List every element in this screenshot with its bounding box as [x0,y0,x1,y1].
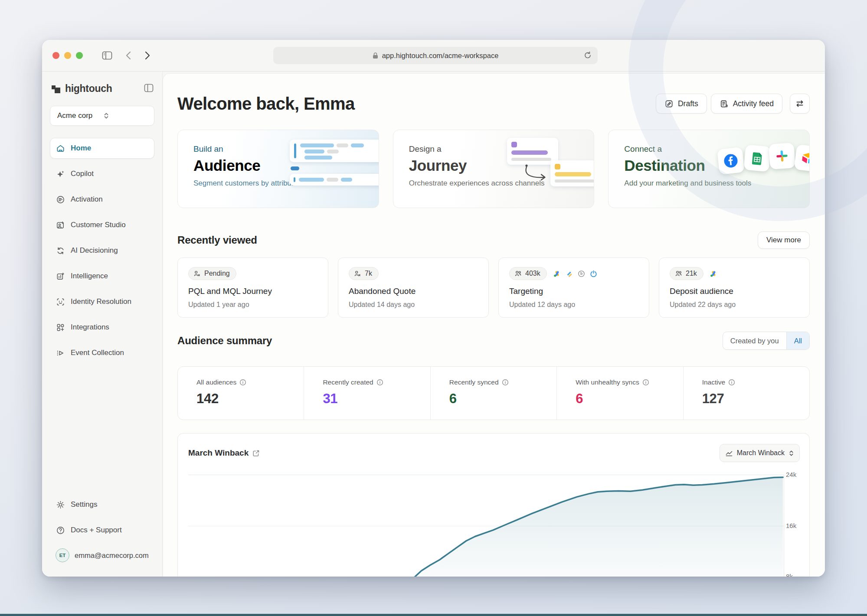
sidebar-collapse-icon[interactable] [144,84,154,94]
sidebar: hightouch Acme corp Home Copilot [42,72,163,577]
size-badge: 403k [509,267,547,280]
zoom-window-button[interactable] [76,52,83,59]
customer-studio-icon [56,221,65,230]
reload-icon[interactable] [584,51,592,61]
stat-value: 31 [323,391,430,407]
sidebar-item-ai-decisioning[interactable]: AI Decisioning [50,240,154,261]
forward-button[interactable] [144,51,150,60]
sidebar-item-label: Customer Studio [71,221,126,229]
recent-card-title: Deposit audience [670,287,799,296]
stat-unhealthy-syncs: With unhealthy syncs 6 [556,367,683,420]
address-bar[interactable]: app.hightouch.com/acme-workspace [273,47,598,64]
y-tick-16k: 16k [786,522,803,529]
drafts-icon [664,99,674,108]
destination-icons [710,270,717,277]
swap-arrows-icon [795,99,805,108]
stat-label: All audiences [196,378,236,386]
app-root: hightouch Acme corp Home Copilot [42,72,825,577]
stat-recently-created: Recently created 31 [304,367,430,420]
stat-label: With unhealthy syncs [576,378,639,386]
recent-card-abandoned-quote[interactable]: 7k Abandoned Quote Updated 14 days ago [338,257,489,318]
sidebar-item-copilot[interactable]: Copilot [50,163,154,184]
stat-label: Inactive [702,378,725,386]
info-icon[interactable] [502,379,509,386]
journey-arrow-icon [523,164,550,184]
home-icon [56,144,65,153]
recent-card-targeting[interactable]: 403k b Targeting Updated 12 days ago [498,257,649,318]
stat-recently-synced: Recently synced 6 [430,367,556,420]
promo-subtitle: Add your marketing and business tools [624,179,809,188]
connect-destination-card[interactable]: Connect a Destination Add your marketing… [608,130,810,208]
view-more-button[interactable]: View more [758,231,810,249]
integrations-icon [56,323,65,332]
info-icon[interactable] [728,379,735,386]
toggle-created-by-you[interactable]: Created by you [723,332,786,349]
chart-audience-selector[interactable]: March Winback [720,444,800,462]
workspace-selector[interactable]: Acme corp [50,106,154,126]
design-journey-card[interactable]: Design a Journey Orchestrate experiences… [393,130,595,208]
recent-card-updated: Updated 1 year ago [188,301,317,309]
iterable-icon [566,270,573,277]
external-link-icon[interactable] [252,450,260,457]
desktop: { "browser": { "url": "app.hightouch.com… [0,0,867,616]
close-window-button[interactable] [52,52,59,59]
info-icon[interactable] [239,379,246,386]
info-icon[interactable] [376,379,383,386]
stat-value: 6 [576,391,683,407]
sidebar-footer: Settings Docs + Support ET emma@acmecorp… [50,494,154,565]
recent-card-deposit-audience[interactable]: 21k Deposit audience Updated 22 days ago [659,257,810,318]
sidebar-item-integrations[interactable]: Integrations [50,317,154,338]
hightouch-logo-icon [52,84,61,94]
back-button[interactable] [125,51,131,60]
recent-card-title: Targeting [509,287,638,296]
badge-label: Pending [204,270,230,277]
audience-people-icon [193,270,201,277]
sidebar-item-label: Settings [71,500,97,509]
sparkles-icon [56,169,65,179]
page-header: Welcome back, Emma Drafts Activity feed [177,93,810,114]
identity-resolution-icon [56,297,65,306]
sidebar-item-home[interactable]: Home [50,138,154,159]
sidebar-item-event-collection[interactable]: Event Collection [50,342,154,363]
recent-card-updated: Updated 14 days ago [349,301,478,309]
recent-card-pql-mql-journey[interactable]: Pending PQL and MQL Journey Updated 1 ye… [177,257,328,318]
event-collection-icon [56,349,65,358]
activity-feed-button[interactable]: Activity feed [711,94,782,114]
minimize-window-button[interactable] [64,52,71,59]
sidebar-item-label: Intelligence [71,272,108,280]
account-menu[interactable]: ET emma@acmecorp.com [50,545,154,565]
toggle-all[interactable]: All [786,332,809,349]
switch-workspace-button[interactable] [790,94,810,114]
power-circle-icon [590,270,597,277]
drafts-button[interactable]: Drafts [656,94,707,114]
sidebar-item-identity-resolution[interactable]: Identity Resolution [50,291,154,312]
recent-card-updated: Updated 22 days ago [670,301,799,309]
view-more-label: View more [766,236,801,244]
promo-eyebrow: Design a [409,144,594,154]
intelligence-icon [56,272,65,281]
page-title: Welcome back, Emma [177,94,355,114]
browser-toolbar: app.hightouch.com/acme-workspace [42,40,825,72]
sidebar-item-intelligence[interactable]: Intelligence [50,266,154,287]
account-email: emma@acmecorp.com [75,551,149,560]
recently-viewed-cards: Pending PQL and MQL Journey Updated 1 ye… [177,257,810,318]
build-audience-card[interactable]: Build an Audience Segment customers by a… [177,130,379,208]
section-title: Audience summary [177,335,272,347]
sidebar-item-activation[interactable]: Activation [50,189,154,210]
stat-label: Recently synced [449,378,499,386]
info-icon[interactable] [642,379,649,386]
browser-sidebar-toggle-icon[interactable] [102,51,112,60]
sidebar-item-label: Docs + Support [71,526,122,535]
window-controls [52,52,83,59]
sidebar-item-customer-studio[interactable]: Customer Studio [50,215,154,235]
audience-people-icon [354,270,361,277]
badge-label: 21k [686,270,697,277]
avatar: ET [56,548,69,562]
recent-card-updated: Updated 12 days ago [509,301,638,309]
sidebar-item-label: Home [71,144,91,153]
sidebar-item-docs-support[interactable]: Docs + Support [50,520,154,541]
logo-text: hightouch [65,83,144,95]
sidebar-item-settings[interactable]: Settings [50,494,154,515]
recently-viewed-header: Recently viewed View more [177,231,810,249]
stat-inactive: Inactive 127 [683,367,809,420]
